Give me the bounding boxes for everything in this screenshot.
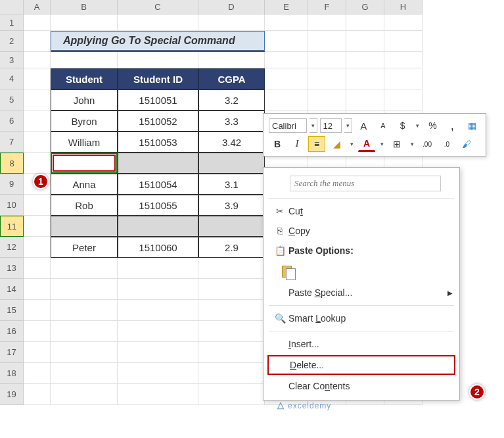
paste-options-item[interactable]: 📋Paste Options: [263, 241, 459, 260]
col-header-d[interactable]: D [198, 0, 265, 14]
clear-contents-item[interactable]: Clear Contents [263, 376, 459, 396]
paste-special-item[interactable]: Paste Special...▶ [263, 283, 459, 303]
percent-icon[interactable]: % [424, 118, 442, 134]
row-header-8[interactable]: 8 [0, 153, 24, 174]
lookup-icon: 🔍 [271, 313, 288, 324]
fontcolor-dropdown-icon[interactable]: ▾ [378, 137, 386, 151]
row-header-19[interactable]: 19 [0, 384, 24, 405]
currency-icon[interactable]: $ [394, 118, 411, 134]
copy-icon: ⎘ [271, 226, 288, 236]
submenu-arrow-icon: ▶ [447, 289, 453, 297]
row-header-6[interactable]: 6 [0, 110, 24, 132]
fontsize-select[interactable]: 12 [320, 118, 342, 133]
row-header-17[interactable]: 17 [0, 342, 24, 363]
row-header-14[interactable]: 14 [0, 279, 24, 300]
paste-option-icon[interactable] [282, 264, 296, 280]
delete-item[interactable]: Delete... [267, 355, 455, 375]
insert-item[interactable]: Insert... [263, 334, 459, 354]
row-header-7[interactable]: 7 [0, 132, 24, 153]
col-header-b[interactable]: B [51, 0, 118, 14]
row-header-11[interactable]: 11 [0, 216, 24, 237]
cut-icon: ✂ [271, 206, 288, 216]
comma-icon[interactable]: , [444, 118, 461, 134]
row-header-13[interactable]: 13 [0, 258, 24, 279]
col-header-g[interactable]: G [346, 0, 384, 14]
font-color-icon[interactable]: A [358, 136, 375, 152]
menu-search-input[interactable] [290, 176, 441, 191]
row-header-9[interactable]: 9 [0, 174, 24, 195]
table-format-icon[interactable]: ▦ [463, 118, 480, 134]
col-header-f[interactable]: F [308, 0, 346, 14]
decrease-font-icon[interactable]: A [375, 118, 392, 134]
row-header-5[interactable]: 5 [0, 89, 24, 110]
currency-dropdown-icon[interactable]: ▾ [414, 118, 422, 133]
col-cgpa[interactable]: CGPA [198, 68, 265, 89]
col-header-h[interactable]: H [384, 0, 423, 14]
decimal-inc-icon[interactable]: .00 [419, 136, 436, 152]
increase-font-icon[interactable]: A [355, 118, 372, 134]
select-all-corner[interactable] [0, 0, 24, 14]
context-menu: ✂Cut ⎘Copy 📋Paste Options: Paste Special… [263, 167, 460, 401]
font-select[interactable]: Calibri [269, 118, 307, 133]
bold-button[interactable]: B [269, 136, 286, 152]
cut-item[interactable]: ✂Cut [263, 201, 459, 221]
row-header-12[interactable]: 12 [0, 237, 24, 258]
italic-button[interactable]: I [288, 136, 306, 152]
row-header-16[interactable]: 16 [0, 321, 24, 342]
mini-toolbar: Calibri▾ 12▾ A A $▾ % , ▦ B I ≡ ◢▾ A▾ ⊞▾… [263, 113, 486, 157]
align-center-icon[interactable]: ≡ [308, 136, 325, 152]
copy-item[interactable]: ⎘Copy [263, 221, 459, 241]
col-student[interactable]: Student [51, 68, 118, 89]
callout-2: 2 [469, 384, 485, 400]
col-id[interactable]: Student ID [118, 68, 198, 89]
row-header-18[interactable]: 18 [0, 363, 24, 384]
svg-marker-0 [277, 402, 283, 408]
row-header-15[interactable]: 15 [0, 300, 24, 321]
decimal-dec-icon[interactable]: .0 [438, 136, 455, 152]
smart-lookup-item[interactable]: 🔍Smart Lookup [263, 308, 459, 328]
format-painter-icon[interactable]: 🖌 [458, 136, 475, 152]
row-header-10[interactable]: 10 [0, 195, 24, 216]
size-dropdown-icon[interactable]: ▾ [344, 118, 352, 133]
font-dropdown-icon[interactable]: ▾ [309, 118, 317, 133]
borders-dropdown-icon[interactable]: ▾ [408, 137, 416, 151]
row-header-4[interactable]: 4 [0, 68, 24, 89]
row-header-2[interactable]: 2 [0, 31, 24, 52]
borders-icon[interactable]: ⊞ [388, 136, 405, 152]
col-header-e[interactable]: E [265, 0, 308, 14]
callout-1: 1 [33, 174, 49, 189]
fill-dropdown-icon[interactable]: ▾ [348, 137, 355, 151]
paste-icon: 📋 [271, 245, 288, 256]
watermark: exceldemy [276, 401, 331, 410]
row-header-3[interactable]: 3 [0, 52, 24, 68]
fill-color-icon[interactable]: ◢ [328, 136, 345, 152]
col-header-c[interactable]: C [118, 0, 198, 14]
title-cell[interactable]: Applying Go To Special Command [51, 31, 265, 52]
col-header-a[interactable]: A [24, 0, 51, 14]
row-header-1[interactable]: 1 [0, 14, 24, 31]
active-cell-b8[interactable] [51, 153, 118, 174]
